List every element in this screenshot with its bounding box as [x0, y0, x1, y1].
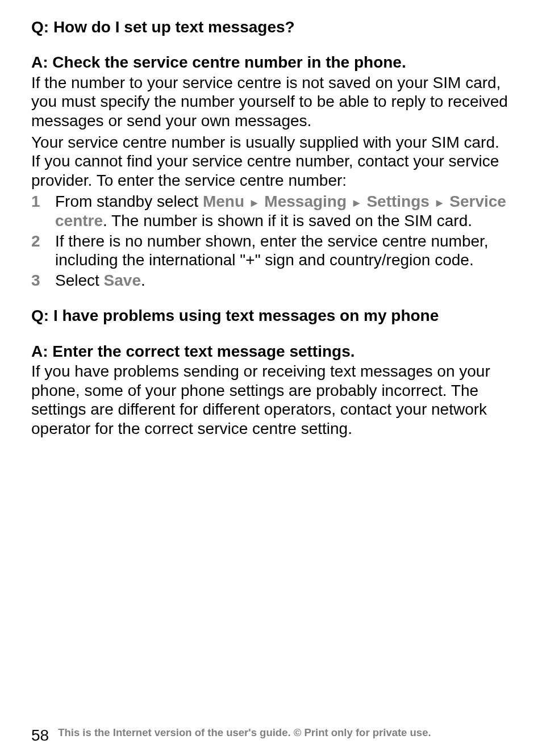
question-1: Q: How do I set up text messages? [31, 17, 511, 37]
step-2: 2 If there is no number shown, enter the… [31, 232, 511, 270]
answer-1-heading: A: Check the service centre number in th… [31, 52, 511, 73]
menu-path-settings: Settings [366, 193, 429, 210]
menu-save: Save [104, 272, 141, 289]
menu-path-messaging: Messaging [264, 193, 347, 210]
step-number: 2 [31, 232, 55, 270]
step-text-suffix: . [141, 272, 145, 289]
footer-copyright: This is the Internet version of the user… [58, 726, 431, 738]
step-text-suffix: . The number is shown if it is saved on … [103, 212, 472, 229]
step-content: If there is no number shown, enter the s… [55, 232, 511, 270]
arrow-icon: ► [434, 197, 445, 209]
answer-1-para-1: If the number to your service centre is … [31, 73, 511, 131]
steps-list: 1 From standby select Menu ► Messaging ►… [31, 192, 511, 290]
answer-1-para-2: Your service centre number is usually su… [31, 133, 511, 190]
arrow-icon: ► [249, 197, 260, 209]
step-content: From standby select Menu ► Messaging ► S… [55, 192, 511, 230]
step-text-prefix: Select [55, 272, 104, 289]
step-1: 1 From standby select Menu ► Messaging ►… [31, 192, 511, 230]
page-number: 58 [31, 726, 49, 744]
answer-2-heading: A: Enter the correct text message settin… [31, 341, 511, 362]
question-2: Q: I have problems using text messages o… [31, 306, 511, 326]
answer-2-para-1: If you have problems sending or receivin… [31, 362, 511, 438]
step-content: Select Save. [55, 271, 511, 290]
step-text-prefix: From standby select [55, 193, 203, 210]
menu-path-menu: Menu [203, 193, 244, 210]
step-number: 1 [31, 192, 55, 230]
step-number: 3 [31, 271, 55, 290]
arrow-icon: ► [351, 197, 362, 209]
step-3: 3 Select Save. [31, 271, 511, 290]
page-footer: 58This is the Internet version of the us… [31, 726, 511, 745]
